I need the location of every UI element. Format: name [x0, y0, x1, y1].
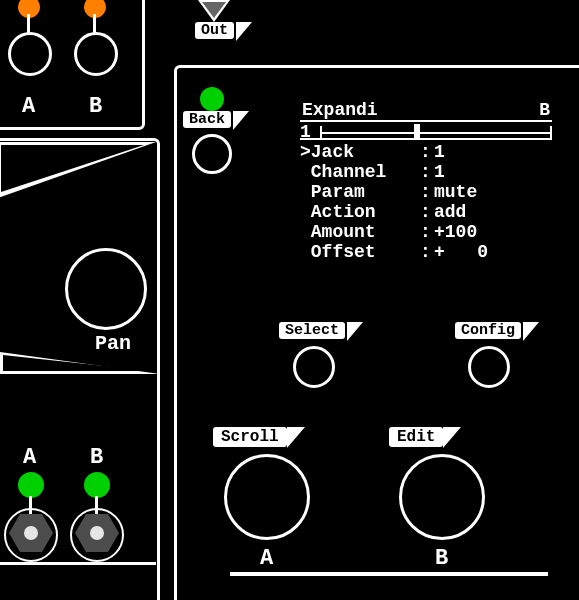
- hex-ring-b: [70, 508, 124, 562]
- display-row: Amount :+100: [300, 222, 488, 242]
- edit-label: Edit: [389, 427, 443, 447]
- display-row-val: mute: [434, 182, 488, 202]
- display-title-right: B: [539, 100, 550, 120]
- display-row-val: +100: [434, 222, 488, 242]
- hex-ring-a: [4, 508, 58, 562]
- display-row-sep: :: [420, 182, 434, 202]
- out-indicator: [196, 0, 230, 22]
- left-led-b: [84, 472, 110, 498]
- jack-b-label: B: [89, 94, 102, 119]
- display-row-val: add: [434, 202, 488, 222]
- display-row-key: Channel: [300, 162, 420, 182]
- led-stem: [27, 14, 30, 34]
- display-row: >Jack :1: [300, 142, 488, 162]
- pan-wedge-fill: [3, 355, 151, 371]
- bottom-a-label: A: [260, 546, 273, 571]
- display-row-sep: :: [420, 202, 434, 222]
- display-row-key: >Jack: [300, 142, 420, 162]
- display-row-sep: :: [420, 162, 434, 182]
- led-stem: [93, 14, 96, 34]
- display-screen: Expandi B 1 >Jack :1 Channel :1 Param :m…: [300, 100, 552, 262]
- display-title-left: Expandi: [302, 100, 378, 120]
- bottom-b-label: B: [435, 546, 448, 571]
- bottom-line: [230, 572, 548, 576]
- display-row: Action :add: [300, 202, 488, 222]
- out-label: Out: [195, 22, 234, 39]
- ruler-index: 1: [300, 122, 311, 142]
- display-row-sep: :: [420, 142, 434, 162]
- display-row-key: Action: [300, 202, 420, 222]
- jack-a-label: A: [22, 94, 35, 119]
- jack-a-top[interactable]: [8, 32, 52, 76]
- config-label: Config: [455, 322, 521, 339]
- display-row-sep: :: [420, 222, 434, 242]
- display-ruler: 1: [300, 122, 552, 140]
- scroll-encoder[interactable]: [224, 454, 310, 540]
- display-param-table: >Jack :1 Channel :1 Param :mute Action :…: [300, 142, 488, 262]
- display-row: Offset :+ 0: [300, 242, 488, 262]
- display-row-val: 1: [434, 142, 488, 162]
- display-row-key: Amount: [300, 222, 420, 242]
- left-bottom-line: [0, 562, 156, 565]
- left-b-label: B: [90, 445, 103, 470]
- config-encoder[interactable]: [468, 346, 510, 388]
- left-led-a: [18, 472, 44, 498]
- pan-knob[interactable]: [65, 248, 147, 330]
- left-panel-wedge: [0, 142, 158, 202]
- display-row-key: Offset: [300, 242, 420, 262]
- scroll-label: Scroll: [213, 427, 287, 447]
- display-row-val: + 0: [434, 242, 488, 262]
- display-row-sep: :: [420, 242, 434, 262]
- display-row: Channel :1: [300, 162, 488, 182]
- display-row-val: 1: [434, 162, 488, 182]
- jack-b-top[interactable]: [74, 32, 118, 76]
- edit-encoder[interactable]: [399, 454, 485, 540]
- display-row-key: Param: [300, 182, 420, 202]
- left-a-label: A: [23, 445, 36, 470]
- select-encoder[interactable]: [293, 346, 335, 388]
- select-label: Select: [279, 322, 345, 339]
- display-row: Param :mute: [300, 182, 488, 202]
